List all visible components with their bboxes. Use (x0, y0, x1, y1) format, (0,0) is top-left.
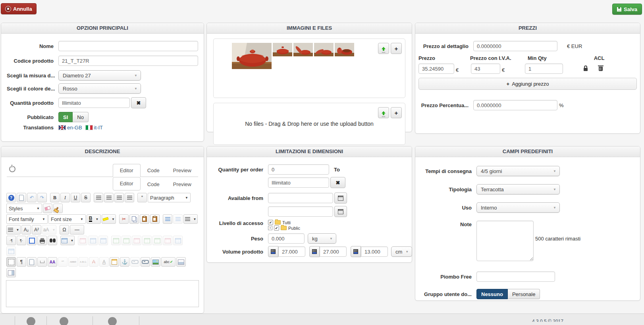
available-from-input[interactable] (268, 193, 333, 203)
find-replace-button[interactable] (48, 236, 57, 245)
min-qty-input[interactable] (525, 63, 563, 74)
insert-row-after-icon[interactable] (121, 236, 131, 245)
link-button[interactable] (141, 257, 150, 267)
iframe-button[interactable] (6, 268, 16, 277)
add-image-button[interactable]: + (391, 43, 402, 54)
colore-select[interactable]: Rosso ▼ (58, 83, 141, 94)
ltr-paragraph-button[interactable]: ·¶ (6, 236, 16, 245)
product-image-thumbnail[interactable] (273, 43, 292, 56)
toggle-editor-power-icon[interactable] (9, 166, 15, 172)
uso-select[interactable]: Interno ▼ (476, 202, 560, 213)
font-select-button[interactable]: AA (48, 257, 57, 267)
font-family-select[interactable]: Font family ▼ (6, 214, 48, 224)
align-right-button[interactable] (125, 193, 134, 202)
tab-preview[interactable]: Preview (166, 178, 198, 190)
merge-cells-icon[interactable] (6, 246, 16, 256)
tempi-consegna-select[interactable]: 4/5 giorni ▼ (476, 166, 560, 176)
delete-column-icon[interactable] (163, 236, 172, 245)
anchor-button[interactable]: ⚓ (120, 257, 129, 267)
rtl-paragraph-button[interactable]: ¶· (17, 236, 26, 245)
tab-editor[interactable]: Editor (113, 164, 141, 177)
horizontal-rule-button[interactable]: — (70, 225, 84, 235)
save-button[interactable]: Salva (612, 4, 642, 15)
pubblicato-no-button[interactable]: No (73, 112, 89, 122)
tab-preview[interactable]: Preview (166, 164, 198, 177)
quantity-min-input[interactable] (268, 164, 329, 175)
editor-content-area[interactable] (6, 280, 199, 307)
new-document-icon[interactable] (17, 193, 26, 202)
gruppo-nessuno-button[interactable]: Nessuno (476, 289, 508, 299)
special-character-button[interactable]: Ω (60, 225, 69, 235)
peso-unit-select[interactable]: kg ▼ (308, 233, 336, 244)
files-dropzone[interactable]: + No files - Drag & Drop here or use the… (213, 103, 405, 145)
misura-select[interactable]: Diametro 27 ▼ (58, 70, 141, 81)
copy-icon[interactable] (129, 214, 139, 224)
split-merge-cells-icon[interactable] (173, 236, 183, 245)
add-file-button[interactable]: + (391, 107, 402, 118)
visual-aid-button[interactable] (6, 257, 16, 267)
deletion-button[interactable]: A (89, 257, 98, 267)
subscript-button[interactable]: A₂ (21, 225, 31, 235)
available-until-input[interactable] (268, 206, 333, 217)
text-color-button[interactable]: B▼ (87, 214, 101, 224)
insert-attributes-button[interactable] (110, 257, 119, 267)
editor-xtd-button[interactable] (60, 317, 68, 325)
print-button[interactable] (37, 236, 47, 245)
product-image-thumbnail[interactable] (293, 43, 313, 56)
dimension-x-input[interactable] (278, 246, 305, 257)
piombo-free-input[interactable] (476, 271, 555, 282)
editor-xtd-button[interactable] (108, 317, 117, 325)
insert-row-before-icon[interactable] (111, 236, 121, 245)
images-dropzone[interactable]: + (213, 38, 405, 98)
numbered-list-button[interactable]: ▼ (183, 214, 198, 224)
spellcheck-button[interactable]: abc✔ (161, 257, 175, 267)
fullscreen-button[interactable] (27, 236, 37, 245)
access-public-checkbox[interactable]: ✔ (274, 225, 279, 231)
align-left-button[interactable] (114, 193, 124, 202)
cleanup-icon[interactable] (53, 204, 63, 213)
delete-price-icon[interactable] (599, 67, 603, 71)
strikethrough-button[interactable]: S (81, 193, 91, 202)
case-change-button[interactable]: aA▼ (42, 225, 56, 235)
quantity-max-clear-button[interactable]: ✖ (330, 177, 345, 188)
insert-image-button[interactable] (151, 257, 160, 267)
acronym-button[interactable]: A.B.C. (79, 257, 88, 267)
quotes-button[interactable]: “” (58, 257, 67, 267)
product-image-thumbnail[interactable] (314, 43, 334, 56)
translation-it-it-link[interactable]: it-IT (94, 125, 103, 131)
insert-table-button[interactable]: ▼ (60, 236, 75, 245)
superscript-button[interactable]: A² (32, 225, 41, 235)
translation-en-gb-link[interactable]: en-GB (67, 125, 82, 131)
cut-icon[interactable]: ✂ (119, 214, 129, 224)
insertion-button[interactable]: A (99, 257, 109, 267)
prezzo-dettaglio-input[interactable] (473, 41, 557, 51)
volume-unit-select[interactable]: cm ▼ (391, 246, 412, 257)
italic-button[interactable]: I (60, 193, 70, 202)
outdent-icon[interactable] (173, 214, 183, 224)
tab-code[interactable]: Code (141, 164, 166, 177)
nonbreaking-space-button[interactable] (37, 257, 47, 267)
tab-editor[interactable]: Editor (113, 177, 141, 190)
codice-prodotto-input[interactable] (58, 56, 198, 66)
quantity-max-input[interactable] (268, 177, 329, 188)
insert-column-before-icon[interactable] (142, 236, 152, 245)
unlink-button[interactable] (130, 257, 140, 267)
align-justify-button[interactable] (94, 193, 103, 202)
upload-image-button[interactable] (378, 43, 389, 54)
preview-page-button[interactable] (27, 257, 37, 267)
help-icon[interactable]: ? (6, 193, 16, 202)
redo-icon[interactable]: ↷ (37, 193, 47, 202)
styles-select[interactable]: Styles ▼ (6, 204, 42, 213)
product-image-thumbnail[interactable] (335, 43, 354, 56)
pubblicato-yes-button[interactable]: SI (58, 112, 73, 122)
bold-button[interactable]: B (50, 193, 60, 202)
delete-row-icon[interactable] (132, 236, 141, 245)
prezzo-iva-input[interactable] (471, 63, 500, 74)
cancel-button[interactable]: ✖ Annulla (1, 3, 37, 14)
bullet-list-button[interactable]: ▼ (6, 225, 21, 235)
gruppo-personale-button[interactable]: Personale (508, 289, 540, 299)
paste-icon[interactable] (140, 214, 149, 224)
show-blocks-button[interactable]: ¶ (17, 257, 26, 267)
undo-icon[interactable]: ↶ (27, 193, 37, 202)
dimension-z-input[interactable] (361, 246, 388, 257)
